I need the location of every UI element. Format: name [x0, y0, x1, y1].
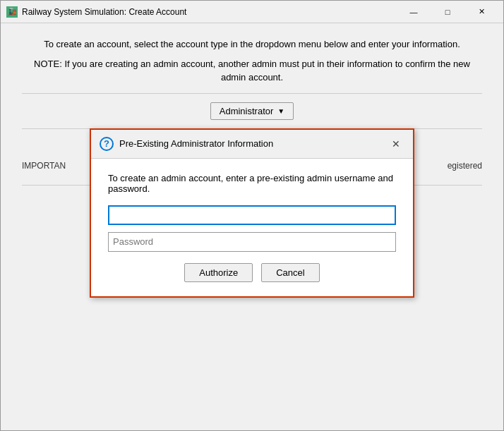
dialog-title-bar: ? Pre-Existing Administrator Information… [91, 130, 413, 159]
title-bar: 🚂 Railway System Simulation: Create Acco… [1, 1, 503, 23]
minimize-button[interactable]: — [397, 2, 430, 22]
window-title: Railway System Simulation: Create Accoun… [22, 7, 397, 17]
admin-username-input[interactable] [108, 205, 396, 225]
dialog-title: Pre-Existing Administrator Information [119, 138, 388, 149]
maximize-button[interactable]: □ [431, 2, 464, 22]
app-icon: 🚂 [6, 6, 18, 18]
admin-password-input[interactable] [108, 232, 396, 252]
close-window-button[interactable]: ✕ [465, 2, 498, 22]
main-content: To create an account, select the account… [1, 23, 503, 430]
question-icon: ? [100, 137, 114, 151]
authorize-button[interactable]: Authorize [184, 263, 253, 282]
dialog-buttons: Authorize Cancel [108, 263, 396, 282]
dialog-description: To create an admin account, enter a pre-… [108, 173, 396, 194]
dialog-cancel-button[interactable]: Cancel [261, 263, 319, 282]
admin-auth-dialog: ? Pre-Existing Administrator Information… [90, 128, 414, 298]
dialog-body: To create an admin account, enter a pre-… [91, 159, 413, 296]
window-controls: — □ ✕ [397, 2, 498, 22]
dialog-close-button[interactable]: ✕ [388, 135, 404, 152]
main-window: 🚂 Railway System Simulation: Create Acco… [0, 0, 504, 431]
dialog-overlay: ? Pre-Existing Administrator Information… [1, 23, 503, 430]
